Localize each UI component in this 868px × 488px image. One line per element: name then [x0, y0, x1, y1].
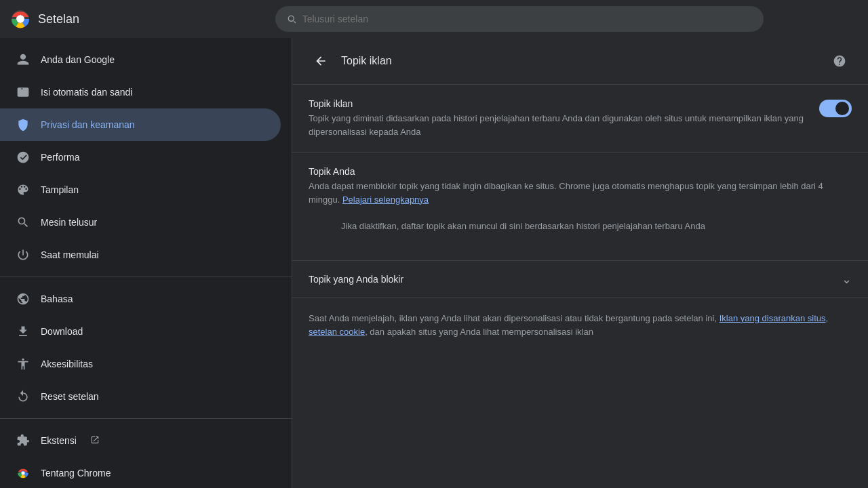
bottom-section: Saat Anda menjelajah, iklan yang Anda li… [292, 298, 868, 354]
toggle-track [819, 100, 852, 117]
search-icon [286, 14, 297, 24]
badge-icon [16, 85, 30, 99]
bottom-text: Saat Anda menjelajah, iklan yang Anda li… [309, 312, 852, 340]
globe-icon [16, 292, 30, 306]
back-button[interactable] [309, 49, 333, 73]
topik-iklan-toggle[interactable] [819, 100, 852, 117]
bottom-text-part2: , dan apakah situs yang Anda lihat mempe… [365, 327, 593, 337]
palette-icon [16, 183, 30, 197]
sidebar-label-download: Download [41, 326, 83, 337]
sidebar-label-mesin-telusur: Mesin telusur [41, 217, 97, 228]
settings-title: Setelan [38, 12, 79, 26]
content-header: Topik iklan [292, 38, 868, 85]
layout: Anda dan Google Isi otomatis dan sandi P… [0, 38, 868, 488]
sidebar-item-reset[interactable]: Reset setelan [0, 380, 281, 413]
pelajari-link[interactable]: Pelajari selengkapnya [342, 195, 429, 205]
download-icon [16, 325, 30, 338]
toggle-thumb [835, 102, 849, 115]
topik-anda-section: Topik Anda Anda dapat memblokir topik ya… [292, 152, 868, 261]
page-title: Topik iklan [341, 55, 819, 67]
topik-iklan-desc: Topik yang diminati didasarkan pada hist… [309, 112, 808, 138]
topik-anda-title: Topik Anda [309, 166, 852, 177]
external-link-icon [90, 435, 100, 447]
topik-iklan-title: Topik iklan [309, 98, 808, 109]
chevron-down-icon: ⌄ [842, 272, 852, 287]
sidebar-item-ekstensi[interactable]: Ekstensi [0, 424, 281, 457]
sidebar-divider-2 [0, 418, 292, 419]
sidebar-divider-1 [0, 277, 292, 277]
topik-anda-desc: Anda dapat memblokir topik yang tidak in… [309, 180, 852, 206]
topik-blokir-title: Topik yang Anda blokir [309, 274, 403, 285]
sidebar-label-aksesibilitas: Aksesibilitas [41, 359, 93, 369]
iklan-disarankan-link[interactable]: Iklan yang disarankan situs [719, 313, 826, 323]
sidebar-item-anda-google[interactable]: Anda dan Google [0, 43, 281, 76]
sidebar-label-anda-google: Anda dan Google [41, 54, 115, 65]
main-content: Topik iklan Topik iklan Topik yang dimin… [292, 38, 868, 488]
power-icon [16, 248, 30, 262]
sidebar-label-reset: Reset setelan [41, 391, 99, 402]
bottom-text-part1: Saat Anda menjelajah, iklan yang Anda li… [309, 313, 717, 323]
sidebar-label-saat-memulai: Saat memulai [41, 249, 99, 260]
shield-icon [16, 118, 30, 131]
topik-blokir-section[interactable]: Topik yang Anda blokir ⌄ [292, 261, 868, 298]
sidebar-label-tentang-chrome: Tentang Chrome [41, 468, 111, 479]
sidebar-item-privasi-keamanan[interactable]: Privasi dan keamanan [0, 108, 281, 141]
sidebar-item-mesin-telusur[interactable]: Mesin telusur [0, 206, 281, 239]
extension-icon [16, 434, 30, 447]
section-header: Topik iklan Topik yang diminati didasark… [309, 98, 852, 138]
topik-iklan-section: Topik iklan Topik yang diminati didasark… [292, 85, 868, 152]
sidebar-label-ekstensi: Ekstensi [41, 435, 77, 446]
help-button[interactable] [827, 49, 852, 73]
person-icon [16, 53, 30, 66]
section-text: Topik iklan Topik yang diminati didasark… [309, 98, 808, 138]
bottom-comma: , [825, 313, 828, 323]
accessibility-icon [16, 357, 30, 371]
sidebar-item-aksesibilitas[interactable]: Aksesibilitas [0, 348, 281, 380]
sidebar-label-tampilan: Tampilan [41, 184, 79, 195]
sidebar-item-isi-otomatis[interactable]: Isi otomatis dan sandi [0, 76, 281, 108]
placeholder-text: Jika diaktifkan, daftar topik akan muncu… [309, 206, 852, 247]
search-bar[interactable] [275, 6, 764, 32]
chrome-logo [11, 9, 30, 28]
sidebar: Anda dan Google Isi otomatis dan sandi P… [0, 38, 292, 488]
header: Setelan [0, 0, 868, 38]
sidebar-item-download[interactable]: Download [0, 315, 281, 348]
speed-icon [16, 150, 30, 164]
sidebar-label-privasi: Privasi dan keamanan [41, 119, 135, 130]
sidebar-item-saat-memulai[interactable]: Saat memulai [0, 239, 281, 271]
svg-point-2 [18, 16, 24, 22]
svg-point-4 [22, 472, 25, 475]
sidebar-label-isi-otomatis: Isi otomatis dan sandi [41, 87, 132, 98]
sidebar-label-performa: Performa [41, 152, 80, 163]
setelan-cookie-link[interactable]: setelan cookie [309, 327, 365, 337]
search-input[interactable] [302, 14, 753, 24]
sidebar-item-bahasa[interactable]: Bahasa [0, 283, 281, 315]
reset-icon [16, 390, 30, 403]
sidebar-item-performa[interactable]: Performa [0, 141, 281, 174]
sidebar-item-tampilan[interactable]: Tampilan [0, 174, 281, 206]
sidebar-item-tentang-chrome[interactable]: Tentang Chrome [0, 457, 281, 488]
sidebar-label-bahasa: Bahasa [41, 293, 73, 304]
search-sidebar-icon [16, 216, 30, 229]
chrome-icon [16, 466, 30, 480]
